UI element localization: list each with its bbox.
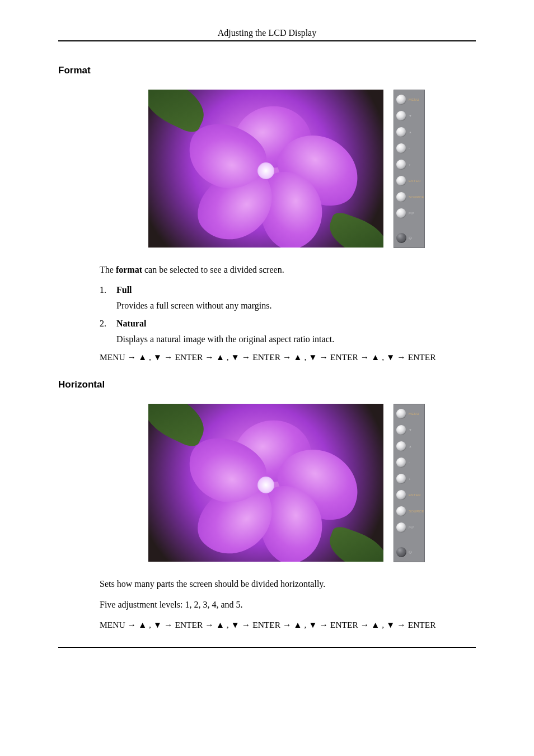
text: The xyxy=(100,265,116,274)
panel-label: ▼ xyxy=(409,114,412,118)
panel-label: - xyxy=(409,147,410,150)
list-label-full: Full xyxy=(116,285,132,295)
footer-rule xyxy=(58,647,476,648)
figure-row-format: MENU ▼ ▲ - + ENTER SOURCE PIP ⏻ xyxy=(58,90,476,248)
panel-btn-pip[interactable] xyxy=(396,522,406,533)
text: can be selected to see a divided screen. xyxy=(142,265,284,274)
text-bold: format xyxy=(116,265,142,274)
panel-label: ▲ xyxy=(409,130,412,134)
horizontal-p2: Five adjustment levels: 1, 2, 3, 4, and … xyxy=(100,599,476,611)
figure-row-horizontal: MENU ▼ ▲ - + ENTER SOURCE PIP ⏻ xyxy=(58,404,476,562)
panel-btn-power[interactable] xyxy=(396,547,406,557)
panel-btn-menu[interactable] xyxy=(396,409,406,419)
panel-btn-pip[interactable] xyxy=(396,208,406,218)
menu-path-format: MENU → ▲ , ▼ → ENTER → ▲ , ▼ → ENTER → ▲… xyxy=(100,352,476,362)
button-panel-horizontal: MENU ▼ ▲ - + ENTER SOURCE PIP ⏻ xyxy=(394,404,425,562)
panel-btn-power[interactable] xyxy=(396,233,406,243)
panel-btn-down[interactable] xyxy=(396,425,406,435)
panel-label: MENU xyxy=(409,412,419,416)
list-item: 2.Natural Displays a natural image with … xyxy=(100,319,476,344)
panel-btn-up[interactable] xyxy=(396,127,406,137)
panel-btn-enter[interactable] xyxy=(396,176,406,186)
panel-label: PIP xyxy=(409,526,415,529)
panel-label: SOURCE xyxy=(409,510,424,513)
panel-btn-down[interactable] xyxy=(396,111,406,121)
section-format: Format MENU ▼ ▲ - + ENTER SOURCE PIP ⏻ T… xyxy=(58,65,476,362)
sample-image-horizontal xyxy=(148,404,383,562)
panel-label: + xyxy=(409,477,411,480)
list-desc: Displays a natural image with the origin… xyxy=(116,334,476,344)
panel-btn-plus[interactable] xyxy=(396,474,406,484)
button-panel-format: MENU ▼ ▲ - + ENTER SOURCE PIP ⏻ xyxy=(394,90,425,248)
panel-label: ENTER xyxy=(409,179,421,183)
heading-horizontal: Horizontal xyxy=(58,379,476,390)
section-horizontal: Horizontal MENU ▼ ▲ - + ENTER SOURCE PIP… xyxy=(58,379,476,630)
panel-btn-menu[interactable] xyxy=(396,95,406,105)
panel-label: MENU xyxy=(409,98,419,101)
panel-label: + xyxy=(409,163,411,166)
panel-btn-up[interactable] xyxy=(396,441,406,451)
sample-image-format xyxy=(148,90,383,248)
list-num: 1. xyxy=(100,285,116,295)
panel-label: ⏻ xyxy=(409,550,412,554)
panel-label: ENTER xyxy=(409,493,421,497)
list-item: 1.Full Provides a full screen without an… xyxy=(100,285,476,311)
panel-label: PIP xyxy=(409,212,415,215)
format-intro: The format can be selected to see a divi… xyxy=(100,264,476,276)
heading-format: Format xyxy=(58,65,476,76)
list-label-natural: Natural xyxy=(116,319,146,328)
panel-btn-source[interactable] xyxy=(396,506,406,516)
body-horizontal: Sets how many parts the screen should be… xyxy=(58,578,476,630)
panel-btn-minus[interactable] xyxy=(396,458,406,468)
panel-btn-minus[interactable] xyxy=(396,143,406,153)
body-format: The format can be selected to see a divi… xyxy=(58,264,476,362)
page-header: Adjusting the LCD Display xyxy=(58,28,476,41)
format-list: 1.Full Provides a full screen without an… xyxy=(100,285,476,344)
panel-btn-plus[interactable] xyxy=(396,160,406,170)
list-desc: Provides a full screen without any margi… xyxy=(116,301,476,311)
panel-btn-enter[interactable] xyxy=(396,490,406,500)
list-num: 2. xyxy=(100,319,116,329)
panel-label: ▲ xyxy=(409,445,412,448)
horizontal-p1: Sets how many parts the screen should be… xyxy=(100,578,476,590)
panel-label: - xyxy=(409,461,410,464)
panel-btn-source[interactable] xyxy=(396,192,406,202)
panel-label: ⏻ xyxy=(409,236,412,240)
panel-label: SOURCE xyxy=(409,195,424,199)
menu-path-horizontal: MENU → ▲ , ▼ → ENTER → ▲ , ▼ → ENTER → ▲… xyxy=(100,620,476,630)
panel-label: ▼ xyxy=(409,428,412,432)
